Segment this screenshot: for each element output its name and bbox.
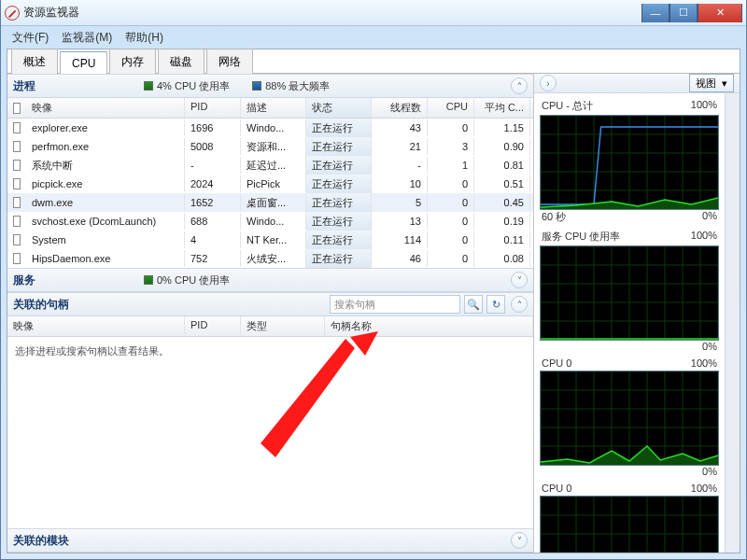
chart-title: 服务 CPU 使用率 [542,230,620,244]
chart-max: 100% [691,357,717,369]
chart-canvas [540,115,719,210]
window-title: 资源监视器 [23,5,79,21]
refresh-icon: ↻ [492,299,500,311]
processes-header[interactable]: 进程 4% CPU 使用率 88% 最大频率 ˄ [7,74,533,98]
view-dropdown[interactable]: 视图▾ [689,74,734,92]
left-column: 进程 4% CPU 使用率 88% 最大频率 ˄ 映像 PID 描述 状态 线程… [7,74,534,553]
col-desc[interactable]: 描述 [241,98,306,118]
row-checkbox[interactable] [13,234,21,245]
handles-title: 关联的句柄 [13,297,330,313]
row-checkbox[interactable] [13,178,21,189]
services-cpu-label: 0% CPU 使用率 [157,273,230,287]
select-all-checkbox[interactable] [13,103,21,114]
chart-block: CPU 0100% 0% [540,357,719,479]
table-row[interactable]: dwm.exe1652桌面窗... 正在运行500.45 [7,193,533,212]
handles-col-pid[interactable]: PID [185,316,241,336]
expand-modules-button[interactable]: ˅ [511,532,528,549]
services-title: 服务 [13,273,144,288]
handles-body: 选择进程或搜索句柄以查看结果。 [7,337,533,528]
processes-title: 进程 [13,78,144,94]
right-toolbar: › 视图▾ [534,74,740,93]
table-row[interactable]: picpick.exe2024PicPick 正在运行1000.51 [7,175,533,193]
chart-block: CPU - 总计100% 60 秒0% [540,99,719,226]
close-button[interactable]: ✕ [698,4,742,22]
chart-block: 服务 CPU 使用率100% 0% [540,230,719,354]
chart-title: CPU - 总计 [542,99,593,113]
tab-cpu[interactable]: CPU [60,51,107,74]
expand-services-button[interactable]: ˅ [511,272,528,288]
process-table-header[interactable]: 映像 PID 描述 状态 线程数 CPU 平均 C... [7,98,533,119]
maximize-button[interactable]: ☐ [669,4,698,22]
charts-scrollbar[interactable] [725,93,740,553]
menu-file[interactable]: 文件(F) [7,27,54,49]
table-row[interactable]: svchost.exe (DcomLaunch)688Windo... 正在运行… [7,212,533,231]
col-status[interactable]: 状态 [306,98,372,118]
content-area: 概述 CPU 内存 磁盘 网络 进程 4% CPU 使用率 88% 最大频率 ˄… [7,49,740,553]
table-row[interactable]: perfmon.exe5008资源和... 正在运行2130.90 [7,137,533,156]
process-table-body: explorer.exe1696Windo... 正在运行4301.15 per… [7,119,533,268]
cpu-usage-label: 4% CPU 使用率 [157,79,230,93]
max-freq-label: 88% 最大频率 [265,79,330,93]
chart-canvas [540,371,719,466]
handles-col-type[interactable]: 类型 [241,316,325,336]
table-row[interactable]: HipsDaemon.exe752火绒安... 正在运行4600.08 [7,249,533,268]
row-checkbox[interactable] [13,197,21,208]
search-icon: 🔍 [467,299,480,311]
chevron-down-icon: ▾ [722,77,727,90]
col-image[interactable]: 映像 [26,98,185,118]
tab-memory[interactable]: 内存 [109,49,156,74]
handles-col-image[interactable]: 映像 [7,316,185,336]
titlebar[interactable]: 资源监视器 — ☐ ✕ [1,0,746,26]
menu-help[interactable]: 帮助(H) [120,27,169,49]
chart-title: CPU 0 [542,357,571,369]
chart-canvas [540,245,719,341]
app-icon [5,6,20,21]
chart-max: 100% [691,483,717,494]
collapse-processes-button[interactable]: ˄ [511,77,528,94]
handles-empty-msg: 选择进程或搜索句柄以查看结果。 [7,337,533,366]
handles-header[interactable]: 关联的句柄 搜索句柄 🔍 ↻ ˄ [7,292,533,316]
menubar: 文件(F) 监视器(M) 帮助(H) [1,26,746,49]
tab-row: 概述 CPU 内存 磁盘 网络 [7,49,740,74]
chart-block: CPU 0100% 0% [540,483,719,553]
freq-legend-icon [252,81,261,91]
right-column: › 视图▾ CPU - 总计100% 60 秒0%服务 CPU 使用率100% … [534,74,740,553]
cpu-legend-icon [144,81,153,91]
services-cpu-legend-icon [144,275,153,285]
tab-overview[interactable]: 概述 [11,49,58,74]
tab-disk[interactable]: 磁盘 [158,49,204,74]
row-checkbox[interactable] [13,216,21,227]
table-row[interactable]: explorer.exe1696Windo... 正在运行4301.15 [7,119,533,137]
charts-container: CPU - 总计100% 60 秒0%服务 CPU 使用率100% 0%CPU … [534,93,725,553]
chart-canvas [540,496,719,553]
row-checkbox[interactable] [13,160,21,171]
col-threads[interactable]: 线程数 [372,98,428,118]
col-pid[interactable]: PID [185,98,241,118]
modules-header[interactable]: 关联的模块 ˅ [7,528,533,553]
services-header[interactable]: 服务 0% CPU 使用率 ˅ [7,268,533,292]
collapse-charts-button[interactable]: › [540,75,557,91]
table-row[interactable]: 系统中断-延迟过... 正在运行-10.81 [7,156,533,175]
resource-monitor-window: 资源监视器 — ☐ ✕ 文件(F) 监视器(M) 帮助(H) 概述 CPU 内存… [0,0,747,560]
refresh-button[interactable]: ↻ [486,295,505,314]
row-checkbox[interactable] [13,122,21,133]
row-checkbox[interactable] [13,141,21,152]
col-cpu[interactable]: CPU [428,98,474,118]
handles-search-input[interactable]: 搜索句柄 [330,295,460,314]
col-avg[interactable]: 平均 C... [474,98,530,118]
collapse-handles-button[interactable]: ˄ [511,296,528,313]
tab-network[interactable]: 网络 [206,49,253,74]
row-checkbox[interactable] [13,253,21,264]
chart-max: 100% [691,230,717,244]
chart-max: 100% [691,99,717,113]
handles-table-header[interactable]: 映像 PID 类型 句柄名称 [7,316,533,337]
search-button[interactable]: 🔍 [464,295,483,314]
chart-title: CPU 0 [542,483,571,494]
handles-col-name[interactable]: 句柄名称 [325,316,533,336]
modules-title: 关联的模块 [13,533,144,549]
table-row[interactable]: System4NT Ker... 正在运行11400.11 [7,231,533,249]
menu-monitor[interactable]: 监视器(M) [56,27,118,49]
minimize-button[interactable]: — [641,4,669,22]
